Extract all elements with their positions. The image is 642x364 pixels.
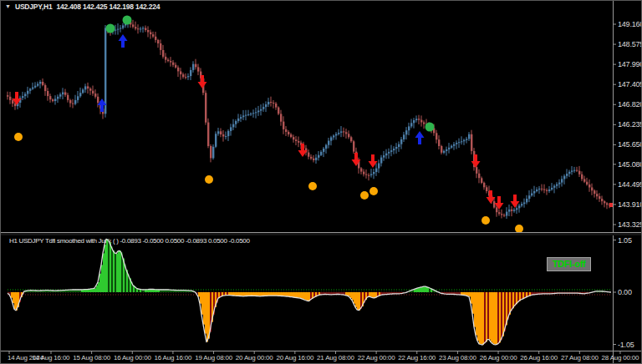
chart-window: ▼ USDJPY,H1 142.408 142.425 142.198 142.…	[0, 0, 642, 364]
price-axis-label: 143.325	[618, 220, 642, 229]
buy-arrow-icon	[119, 34, 128, 48]
indicator-canvas[interactable]	[1, 235, 642, 351]
exit-dot-icon	[205, 175, 213, 184]
price-axis-label: 145.650	[618, 140, 642, 149]
time-axis-label: 26 Aug 00:00	[480, 354, 517, 361]
price-axis-label: 145.080	[618, 160, 642, 169]
symbol-dropdown-icon[interactable]: ▼	[5, 3, 11, 10]
time-axis-label: 22 Aug 16:00	[398, 354, 436, 361]
price-axis-line	[613, 1, 614, 364]
symbol-timeframe-label: USDJPY,H1	[15, 3, 53, 11]
time-axis-label: 14 Aug 16:00	[33, 354, 70, 361]
panel-splitter-shadow	[1, 233, 642, 235]
time-axis-label: 16 Aug 00:00	[114, 354, 151, 361]
time-axis-label: 22 Aug 00:00	[358, 354, 395, 361]
price-axis-label: 147.405	[618, 80, 642, 88]
exit-dot-icon	[14, 133, 23, 141]
indicator-axis-label: -1.05	[618, 341, 634, 349]
price-axis-label: 149.160	[618, 20, 642, 28]
time-axis-label: 27 Aug 08:00	[561, 354, 599, 361]
time-axis-label: 28 Aug 00:00	[602, 354, 639, 361]
time-axis-label: 20 Aug 16:00	[276, 354, 313, 361]
exit-dot-icon	[369, 187, 378, 195]
price-axis-label: 143.910	[618, 200, 642, 209]
time-axis-label: 23 Aug 08:00	[439, 354, 476, 361]
time-axis-separator	[1, 351, 642, 351]
indicator-axis-label: 1.05	[618, 236, 632, 245]
exit-dot-icon	[308, 182, 317, 190]
time-axis-label: 21 Aug 08:00	[317, 354, 354, 361]
time-axis-label: 15 Aug 08:00	[73, 354, 110, 361]
sell-arrow-icon	[511, 195, 520, 208]
entry-dot-icon	[106, 24, 115, 33]
price-axis-label: 146.820	[618, 100, 642, 109]
entry-dot-icon	[123, 16, 132, 25]
time-axis-label: 16 Aug 16:00	[155, 354, 192, 361]
chart-header: ▼ USDJPY,H1 142.408 142.425 142.198 142.…	[5, 3, 160, 11]
time-axis-label: 20 Aug 00:00	[236, 354, 273, 361]
tdfi-toggle-button[interactable]: TDFI-off	[547, 257, 591, 271]
exit-dot-icon	[515, 225, 523, 232]
price-chart-canvas[interactable]	[1, 1, 642, 232]
exit-dot-icon	[360, 191, 369, 200]
time-axis-label: 19 Aug 08:00	[195, 354, 232, 361]
exit-dot-icon	[482, 216, 490, 225]
ohlc-quote-values: 142.408 142.425 142.198 142.224	[56, 3, 160, 11]
price-axis-label: 147.990	[618, 60, 642, 68]
price-axis-label: 146.235	[618, 120, 642, 129]
sell-arrow-icon	[471, 154, 481, 168]
entry-dot-icon	[425, 123, 435, 132]
sell-arrow-icon	[198, 75, 207, 88]
indicator-axis-label: 0.00	[618, 288, 632, 296]
price-axis-label: 148.575	[618, 40, 642, 48]
time-axis-label: 26 Aug 16:00	[520, 354, 558, 361]
price-axis-label: 144.495	[618, 180, 642, 189]
buy-arrow-icon	[415, 131, 425, 144]
